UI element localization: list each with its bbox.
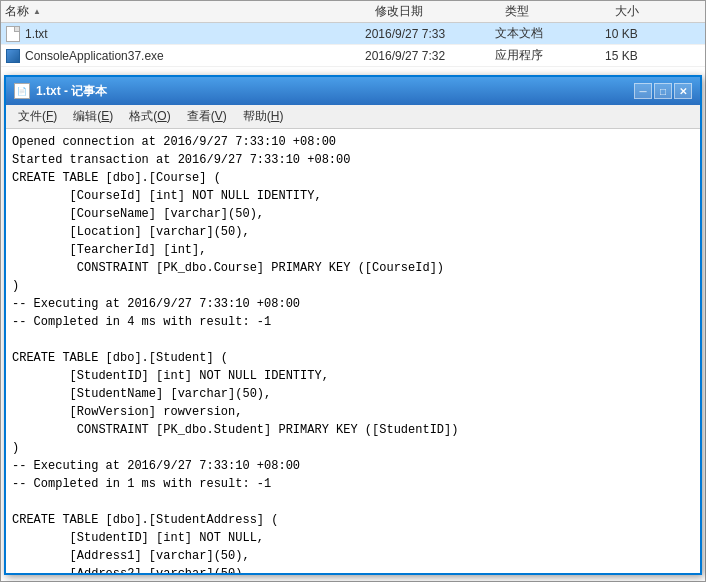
menu-view[interactable]: 查看(V): [179, 106, 235, 127]
file-name: ConsoleApplication37.exe: [25, 49, 365, 63]
column-type[interactable]: 类型: [505, 3, 615, 20]
col-size-label: 大小: [615, 4, 639, 18]
file-date: 2016/9/27 7:32: [365, 49, 495, 63]
menu-edit[interactable]: 编辑(E): [65, 106, 121, 127]
col-type-label: 类型: [505, 4, 529, 18]
menu-help[interactable]: 帮助(H): [235, 106, 292, 127]
minimize-button[interactable]: ─: [634, 83, 652, 99]
exe-file-icon: [5, 48, 21, 64]
menu-file[interactable]: 文件(F): [10, 106, 65, 127]
file-size: 10 KB: [605, 27, 638, 41]
txt-file-icon: [5, 26, 21, 42]
column-size[interactable]: 大小: [615, 3, 639, 20]
sort-arrow-icon: ▲: [33, 7, 41, 16]
file-date: 2016/9/27 7:33: [365, 27, 495, 41]
file-name: 1.txt: [25, 27, 365, 41]
notepad-title: 1.txt - 记事本: [36, 83, 634, 100]
notepad-text-content[interactable]: Opened connection at 2016/9/27 7:33:10 +…: [6, 129, 700, 573]
maximize-button[interactable]: □: [654, 83, 672, 99]
window-controls: ─ □ ✕: [634, 83, 692, 99]
menu-format[interactable]: 格式(O): [121, 106, 178, 127]
explorer-column-header: 名称 ▲ 修改日期 类型 大小: [1, 1, 705, 23]
col-date-label: 修改日期: [375, 4, 423, 18]
file-type: 文本文档: [495, 25, 605, 42]
file-type: 应用程序: [495, 47, 605, 64]
exe-icon-shape: [6, 49, 20, 63]
txt-icon-shape: [6, 26, 20, 42]
notepad-window: 📄 1.txt - 记事本 ─ □ ✕ 文件(F) 编辑(E) 格式(O) 查看…: [4, 75, 702, 575]
close-button[interactable]: ✕: [674, 83, 692, 99]
table-row[interactable]: ConsoleApplication37.exe 2016/9/27 7:32 …: [1, 45, 705, 67]
notepad-title-icon: 📄: [14, 83, 30, 99]
notepad-menubar: 文件(F) 编辑(E) 格式(O) 查看(V) 帮助(H): [6, 105, 700, 129]
col-name-label: 名称: [5, 3, 29, 20]
table-row[interactable]: 1.txt 2016/9/27 7:33 文本文档 10 KB: [1, 23, 705, 45]
notepad-titlebar: 📄 1.txt - 记事本 ─ □ ✕: [6, 77, 700, 105]
column-name[interactable]: 名称 ▲: [5, 3, 375, 20]
column-date[interactable]: 修改日期: [375, 3, 505, 20]
file-size: 15 KB: [605, 49, 638, 63]
